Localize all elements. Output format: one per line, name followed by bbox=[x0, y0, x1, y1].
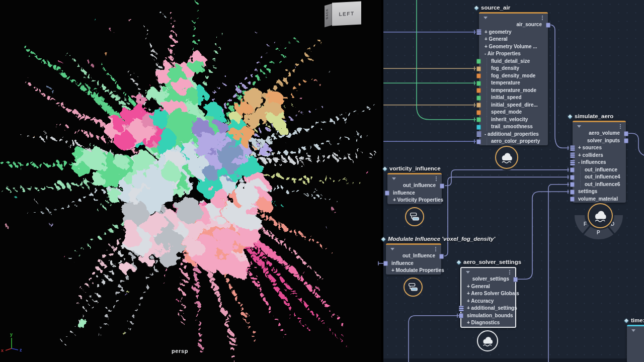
port-additional-settings[interactable] bbox=[459, 306, 464, 312]
port-out-influence[interactable] bbox=[440, 184, 444, 189]
attr-row[interactable]: + geometry bbox=[479, 29, 548, 36]
node-title[interactable]: simulate_aero bbox=[569, 113, 613, 119]
port-sources[interactable] bbox=[570, 145, 575, 151]
collapse-triangle-icon[interactable] bbox=[390, 248, 394, 250]
solver-node-icon[interactable] bbox=[477, 330, 498, 351]
attr-row[interactable]: speed_mode bbox=[479, 109, 548, 116]
output-row[interactable]: out_influence bbox=[387, 182, 442, 190]
attr-row[interactable]: out_influence4 bbox=[573, 173, 626, 181]
port-solver-settings[interactable] bbox=[513, 277, 518, 282]
node-modulate-influence[interactable]: Modulate Influence 'voxel_fog_density' o… bbox=[386, 243, 441, 275]
port-fog-density-mode[interactable] bbox=[476, 73, 481, 78]
attr-row[interactable]: + colliders bbox=[573, 152, 626, 159]
attr-row[interactable]: influence bbox=[386, 260, 441, 267]
attr-row[interactable]: - Air Properties bbox=[479, 50, 548, 58]
dial-button-d[interactable]: D bbox=[611, 221, 614, 227]
attr-row[interactable]: fog_density_mode bbox=[479, 72, 548, 80]
node-simulate-aero[interactable]: simulate_aero aero_volume solver_inputs … bbox=[573, 121, 626, 203]
view-cube[interactable]: BACK LEFT bbox=[325, 1, 364, 30]
port-air-source[interactable] bbox=[546, 23, 550, 28]
port-aero-color-property[interactable] bbox=[476, 139, 481, 144]
attr-row[interactable]: fluid_detail_size bbox=[479, 58, 548, 65]
attr-row[interactable]: + Aero Solver Globals bbox=[461, 290, 515, 298]
port-temperature-mode[interactable] bbox=[476, 88, 481, 93]
collapse-triangle-icon[interactable] bbox=[484, 17, 488, 19]
view-cube-face-left[interactable]: LEFT bbox=[332, 1, 361, 26]
port-initial-speed[interactable] bbox=[476, 96, 481, 101]
menu-dots-icon[interactable] bbox=[542, 16, 543, 17]
port-volume-material[interactable] bbox=[570, 197, 575, 202]
port-additional-properties[interactable] bbox=[476, 131, 481, 137]
collapse-triangle-icon[interactable] bbox=[466, 271, 470, 274]
node-aero-solver-settings[interactable]: aero_solver_settings solver_settings + G… bbox=[460, 267, 516, 328]
port-out-influence6[interactable] bbox=[570, 182, 575, 187]
port-out-influence4[interactable] bbox=[570, 175, 575, 180]
attr-row[interactable]: initial_speed_dire... bbox=[479, 102, 548, 109]
attr-row[interactable]: fog_density bbox=[479, 65, 548, 72]
attr-row[interactable]: + additional_settings bbox=[461, 305, 515, 312]
port-influence[interactable] bbox=[383, 261, 388, 266]
menu-dots-icon[interactable] bbox=[509, 270, 510, 271]
attr-row[interactable]: inherit_velocity bbox=[479, 116, 548, 124]
attr-row[interactable]: out_influence bbox=[573, 166, 626, 174]
port-out-influence[interactable] bbox=[439, 254, 444, 259]
attr-row[interactable]: initial_speed bbox=[479, 94, 548, 102]
menu-dots-icon[interactable] bbox=[620, 124, 621, 125]
source-air-node-icon[interactable] bbox=[495, 146, 518, 169]
port-fluid-detail-size[interactable] bbox=[476, 59, 481, 64]
port-inherit-velocity[interactable] bbox=[476, 117, 481, 122]
output-row[interactable]: solver_inputs bbox=[573, 137, 626, 145]
attr-row[interactable]: + Geometry Volume ... bbox=[479, 43, 548, 51]
menu-dots-icon[interactable] bbox=[435, 247, 436, 248]
view-cube-face-back[interactable]: BACK bbox=[325, 4, 333, 28]
port-aero-volume[interactable] bbox=[624, 131, 628, 136]
simulate-node-icon[interactable] bbox=[588, 203, 613, 228]
port-solver-inputs[interactable] bbox=[624, 138, 628, 143]
vorticity-node-icon[interactable] bbox=[405, 207, 424, 226]
port-influence[interactable] bbox=[385, 191, 389, 196]
node-title[interactable]: source_air bbox=[475, 5, 510, 11]
collapse-triangle-icon[interactable] bbox=[631, 329, 635, 332]
attr-row[interactable]: + General bbox=[479, 36, 548, 43]
menu-dots-icon[interactable] bbox=[436, 176, 437, 177]
port-settings[interactable] bbox=[570, 190, 575, 195]
node-title[interactable]: aero_solver_settings bbox=[457, 259, 521, 265]
port-simulation-bounds[interactable] bbox=[459, 313, 463, 318]
port-geometry[interactable] bbox=[476, 29, 481, 35]
attr-row[interactable]: + sources bbox=[573, 144, 626, 152]
port-temperature[interactable] bbox=[476, 81, 481, 86]
node-vorticity-influence[interactable]: vorticity_influence out_influence influe… bbox=[387, 173, 442, 204]
viewport-3d[interactable]: BACK LEFT y x z persp bbox=[0, 0, 381, 362]
node-time[interactable]: time: bbox=[627, 325, 644, 362]
attr-row[interactable]: trail_smoothness bbox=[479, 123, 548, 131]
attr-row[interactable]: + General bbox=[461, 283, 515, 291]
attr-row[interactable]: volume_material bbox=[573, 196, 626, 203]
dial-button-f[interactable]: F bbox=[584, 221, 587, 227]
output-row[interactable]: air_source bbox=[479, 21, 548, 29]
attr-row[interactable]: settings bbox=[573, 188, 626, 196]
output-row[interactable]: out_Influence bbox=[386, 252, 441, 260]
port-colliders[interactable] bbox=[570, 152, 575, 158]
attr-row[interactable]: temperature bbox=[479, 79, 548, 87]
attr-row[interactable]: influence bbox=[387, 190, 442, 197]
port-speed-mode[interactable] bbox=[476, 110, 481, 115]
modulate-node-icon[interactable] bbox=[404, 278, 423, 297]
attr-row[interactable]: + Modulate Properties bbox=[386, 267, 441, 275]
port-out-influence[interactable] bbox=[570, 167, 575, 172]
node-title[interactable]: vorticity_influence bbox=[383, 165, 441, 171]
port-influences[interactable] bbox=[570, 160, 575, 166]
output-row[interactable]: aero_volume bbox=[573, 130, 626, 137]
dial-button-p[interactable]: P bbox=[597, 230, 600, 235]
attr-row[interactable]: + Accuracy bbox=[461, 298, 515, 305]
attr-row[interactable]: + Diagnostics bbox=[461, 319, 515, 327]
attr-row[interactable]: simulation_bounds bbox=[461, 312, 515, 320]
attr-row[interactable]: + Vorticity Properties bbox=[387, 197, 442, 204]
port-fog-density[interactable] bbox=[476, 66, 481, 71]
output-row[interactable]: solver_settings bbox=[461, 276, 515, 283]
attr-row[interactable]: temperature_mode bbox=[479, 87, 548, 95]
port-initial-speed-direction[interactable] bbox=[476, 103, 481, 108]
attr-row[interactable]: out_influence6 bbox=[573, 181, 626, 189]
collapse-triangle-icon[interactable] bbox=[392, 177, 396, 180]
node-title[interactable]: time: bbox=[625, 317, 644, 323]
attr-row[interactable]: - additional_properties bbox=[479, 131, 548, 138]
